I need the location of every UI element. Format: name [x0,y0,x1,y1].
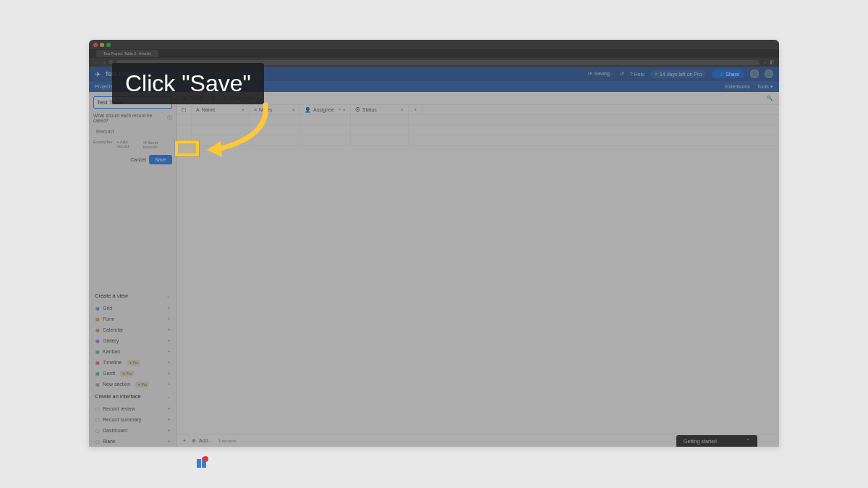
extensions-icon[interactable]: ◧ [770,59,775,65]
table-row[interactable] [177,125,779,135]
close-window-icon[interactable] [93,43,98,47]
example-send: ✉ Send records [143,140,172,149]
view-type-item[interactable]: ▦Grid+ [89,303,176,314]
view-type-item[interactable]: ▦Gallery+ [89,335,176,346]
airtable-logo-icon[interactable]: ✈ [95,70,101,78]
extensions-link[interactable]: Extensions [725,84,749,89]
main-area: ◉ Color ▤ ⇱ Share view 🔍 ▢ A Name ▾ ≡ No… [177,92,779,447]
cursor-indicator-icon [195,456,210,471]
column-notes[interactable]: ≡ Notes ▾ [250,105,300,114]
forward-icon[interactable]: → [101,60,106,65]
share-button[interactable]: 👥 Share [712,70,744,78]
save-button[interactable]: Save [149,155,172,164]
table-row[interactable] [177,115,779,125]
chevron-down-icon: ⌄ [166,394,171,400]
interface-type-item[interactable]: ▢Record summary+ [89,414,176,425]
instruction-label: Click "Save" [112,63,264,104]
user-avatar[interactable] [765,70,773,78]
record-name-input[interactable] [93,126,172,137]
macos-titlebar [89,40,779,49]
column-status[interactable]: ⦿ Status ▾ [351,105,409,114]
create-interface-section[interactable]: Create an interface ⌄ [89,390,176,403]
sidebar: What should each record be called? ⓘ Exa… [89,92,177,447]
svg-rect-0 [197,459,201,468]
chevron-up-icon: ⌃ [746,438,750,444]
help-link[interactable]: ? Help [630,72,644,77]
app-body: What should each record be called? ⓘ Exa… [89,92,779,447]
history-icon[interactable]: ↺ [620,71,624,77]
row-number-header: ▢ [177,105,192,114]
getting-started-panel[interactable]: Getting started ⌃ [676,435,757,447]
search-icon[interactable]: 🔍 [767,96,773,101]
view-type-item[interactable]: ▦Form+ [89,314,176,324]
view-type-item[interactable]: ▦Kanban+ [89,346,176,357]
view-type-item[interactable]: ▦Calendar+ [89,324,176,335]
tools-link[interactable]: Tools ▾ [757,84,773,90]
browser-tabbar: Test Project: Table 2 - Airtable [89,49,779,58]
info-icon[interactable]: ⓘ [167,114,172,122]
create-view-section[interactable]: Create a view ⌄ [89,289,176,303]
saving-indicator: ⟳ Saving... [588,71,613,77]
svg-point-2 [203,456,208,462]
record-count: 3 records [218,439,236,443]
back-icon[interactable]: ← [93,60,98,65]
record-name-prompt: What should each record be called? ⓘ [93,113,172,123]
add-column-button[interactable]: + [409,105,423,114]
grid-rows [177,115,779,146]
minimize-window-icon[interactable] [100,43,104,47]
add-row-button[interactable]: + [183,438,186,443]
column-assignee[interactable]: 👤 Assignee + ▾ [300,105,351,114]
examples-row: Examples: + Add record ✉ Send records [93,140,172,149]
interface-type-item[interactable]: ▢Dashboard+ [89,425,176,436]
column-headers: ▢ A Name ▾ ≡ Notes ▾ 👤 Assignee + ▾ ⦿ St… [177,105,779,115]
cancel-button[interactable]: Cancel [130,157,146,162]
projects-tab[interactable]: Projects [95,84,113,89]
notifications-icon[interactable] [750,70,759,78]
add-dropdown-button[interactable]: ⊕ Add... [192,438,212,444]
column-name[interactable]: A Name ▾ [192,105,250,114]
interface-type-item[interactable]: ▢Record review+ [89,403,176,414]
view-type-item[interactable]: ▦Gantt✦ Pro+ [89,368,176,379]
view-type-item[interactable]: ▦Timeline✦ Pro+ [89,357,176,368]
svg-rect-1 [202,458,206,468]
table-row[interactable] [177,135,779,146]
chevron-down-icon: ⌄ [166,293,171,299]
browser-tab[interactable]: Test Project: Table 2 - Airtable [96,50,158,57]
interface-type-item[interactable]: ▢Blank+ [89,436,176,447]
view-toolbar: ◉ Color ▤ ⇱ Share view 🔍 [177,92,779,105]
example-add: + Add record [116,140,140,149]
star-icon[interactable]: ☆ [762,59,767,65]
maximize-window-icon[interactable] [106,43,111,47]
view-type-item[interactable]: ▦New section✦ Pro+ [89,379,176,390]
trial-badge[interactable]: 14 days left on Pro [650,70,706,78]
